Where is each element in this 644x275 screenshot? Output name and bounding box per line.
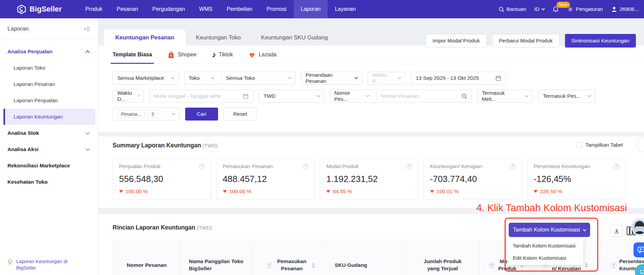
language-selector[interactable]: ID (534, 6, 544, 12)
sidebar-item-analisa-aksi[interactable]: Analisa Aksi (0, 141, 98, 158)
nomor-pesanan-input-wrap[interactable] (376, 90, 471, 102)
summary-card-modal-produk: Modal Produk? 1.192.231,52 64.55 % (320, 158, 418, 200)
search-icon (499, 6, 504, 12)
menu-item-tambah-kolom[interactable]: Tambah Kolom Kustomisasi (507, 239, 583, 252)
custom-date-range-input[interactable] (149, 90, 253, 103)
tab-keuntungan-pesanan[interactable]: Keuntungan Pesanan (104, 30, 186, 45)
chevron-down-icon (288, 75, 291, 79)
waktu-dibuat-select[interactable]: Waktu D... (113, 90, 144, 103)
nav-item-laporan[interactable]: Laporan (294, 0, 328, 18)
bigseller-logo[interactable]: BigSeller (17, 0, 62, 18)
column-header-jumlah-produk-terjual[interactable]: Jumlah Produk yang Terjual (406, 240, 479, 275)
impor-modal-produk-button[interactable]: Impor Modal Produk (426, 34, 487, 48)
summary-currency: (TWD) (202, 143, 217, 148)
penandaan-pesanan-select[interactable]: Penandaan Pesanan (301, 72, 362, 85)
filters-panel: Template Biasa S Shopee ♪ Tiktok (98, 45, 644, 132)
summary-title: Summary Laporan Keuntungan (113, 142, 201, 149)
column-header-nama-panggilan-toko[interactable]: Nama Panggilan Toko BigSeller (181, 240, 254, 275)
nav-item-pembelian[interactable]: Pembelian (219, 0, 259, 18)
sidebar-item-laporan-pesanan[interactable]: Laporan Pesanan (0, 76, 98, 92)
menu-item-edit-kolom[interactable]: Edit Kolom Kustomisasi (507, 252, 583, 264)
nomor-pesanan-search-group[interactable]: Nomor Pes... (330, 90, 472, 103)
sidebar-item-kesehatan-toko[interactable]: Kesehatan Toko (0, 174, 98, 190)
sidebar-item-analisa-stok[interactable]: Analisa Stok (0, 125, 98, 141)
sinkronisasi-keuntungan-button[interactable]: Sinkronisasi Keuntungan (565, 34, 636, 48)
tampilkan-tabel-toggle[interactable]: Tampilkan Tabel (576, 142, 623, 148)
tambah-kolom-kustomisasi-button[interactable]: Tambah Kolom Kustomisasi (509, 223, 590, 237)
summary-card-penjualan-produk: Penjualan Produk? 556.548,30 100.00 % (113, 158, 211, 200)
tab-keuntungan-toko[interactable]: Keuntungan Toko (186, 30, 251, 45)
sidebar-item-laporan-toko[interactable]: Laporan Toko (0, 60, 98, 76)
help-icon[interactable]: ? (510, 164, 515, 169)
checkbox-icon[interactable] (576, 142, 582, 148)
nav-item-pesanan[interactable]: Pesanan (110, 0, 145, 18)
nav-item-produk[interactable]: Produk (78, 0, 110, 18)
nav-item-promosi[interactable]: Promosi (259, 0, 294, 18)
summary-card-pemasukan-pesanan: Pemasukan Pesanan? 488.457,12 100.00 % (216, 158, 315, 200)
help-menu[interactable]: Bantuan (499, 6, 526, 12)
sidebar-item-laporan-penjualan[interactable]: Laporan Penjualan (0, 92, 98, 109)
nomor-type-select[interactable]: Nomor Pes... (330, 90, 373, 102)
template-tab-biasa[interactable]: Template Biasa (113, 45, 152, 63)
nomor-pesanan-input[interactable] (381, 93, 458, 99)
search-icon[interactable] (462, 93, 467, 99)
notifications-bell[interactable]: New (552, 6, 559, 13)
nav-item-layanan[interactable]: Layanan (328, 0, 363, 18)
date-range-picker[interactable]: 13 Sep 2025 - 13 Okt 2025 (411, 72, 506, 85)
column-header-pemasukan-pesanan[interactable]: ? Pemasukan Pesanan (254, 240, 328, 275)
help-icon[interactable]: ? (613, 164, 619, 169)
chat-button[interactable] (633, 242, 644, 257)
sort-icon[interactable] (585, 263, 588, 268)
page-tabstrip: Keuntungan Pesanan Keuntungan Toko Keunt… (98, 18, 644, 45)
download-button[interactable] (610, 225, 623, 237)
toko-type-select[interactable]: Toko (184, 72, 218, 84)
template-tab-lazada[interactable]: Lazada (249, 45, 277, 63)
toko-select-group[interactable]: Toko Semua Toko (184, 72, 295, 85)
nav-item-pergudangan[interactable]: Pergudangan (145, 0, 192, 18)
help-icon[interactable]: ? (489, 262, 494, 268)
termasuk-meli-select[interactable]: Termasuk Meli... (477, 90, 533, 103)
tab-keuntungan-sku-gudang[interactable]: Keuntungan SKU Gudang (251, 30, 338, 45)
card-value: 556.548,30 (119, 174, 205, 184)
summary-panel: Summary Laporan Keuntungan (TWD) Tampilk… (98, 136, 644, 208)
semua-toko-select[interactable]: Semua Toko (221, 72, 295, 84)
column-header-nomor-pesanan[interactable]: Nomor Pesanan (113, 240, 181, 275)
template-tab-shopee[interactable]: S Shopee (168, 45, 196, 63)
settings-menu[interactable]: Pengaturan (567, 6, 603, 13)
pesanan-count-chip: 3 (148, 110, 158, 118)
template-tab-tiktok[interactable]: ♪ Tiktok (212, 45, 233, 63)
termasuk-pes-select[interactable]: Termasuk Pes... (538, 90, 596, 103)
brand-name: BigSeller (30, 5, 62, 14)
collapse-sidebar-icon[interactable] (84, 25, 91, 32)
reset-button[interactable]: Reset (223, 108, 257, 121)
chevron-down-icon (587, 93, 591, 97)
sort-icon[interactable] (312, 263, 315, 268)
nav-item-wms[interactable]: WMS (192, 0, 219, 18)
help-icon[interactable]: ? (611, 262, 617, 268)
marketplace-select[interactable]: Semua Marketplace (113, 72, 179, 85)
language-label: ID (534, 6, 540, 12)
cari-button[interactable]: Cari (185, 108, 218, 121)
down-triangle-icon (223, 190, 227, 193)
sidebar-footer-link[interactable]: Laporan Keuntungan di BigSeller (7, 258, 83, 272)
waktu-pesanan-select[interactable]: Waktu P... (368, 72, 406, 85)
sidebar-item-analisa-penjualan[interactable]: Analisa Penjualan (0, 43, 98, 60)
help-icon[interactable]: ? (199, 164, 205, 169)
perbarui-modal-produk-button[interactable]: Perbarui Modal Produk (492, 34, 560, 48)
footer-link-label: Laporan Keuntungan di BigSeller (16, 258, 83, 272)
sidebar-item-rekonsiliasi-marketplace[interactable]: Rekonsiliasi Marketplace (0, 158, 98, 174)
column-header-sku-gudang[interactable]: SKU Gudang (328, 240, 406, 275)
currency-select[interactable]: TWD (259, 90, 325, 103)
pesanan-tag-select[interactable]: Pesana... 3 (113, 108, 180, 121)
summary-card-persentase-keuntungan: Persentase Keuntungan? -126,45% 226.50 % (527, 158, 626, 200)
gear-icon (567, 6, 573, 13)
help-icon[interactable]: ? (406, 164, 412, 169)
sidebar-item-laporan-keuntungan[interactable]: Laporan Keuntungan (3, 109, 95, 125)
detail-title: Rincian Laporan Keuntungan (113, 224, 195, 231)
help-icon[interactable]: ? (303, 164, 308, 169)
user-icon (611, 6, 617, 12)
date-range-input[interactable] (154, 93, 239, 99)
chat-bubble-icon (637, 246, 644, 254)
help-icon[interactable]: ? (267, 262, 272, 268)
user-account[interactable]: 26908... (611, 6, 639, 12)
